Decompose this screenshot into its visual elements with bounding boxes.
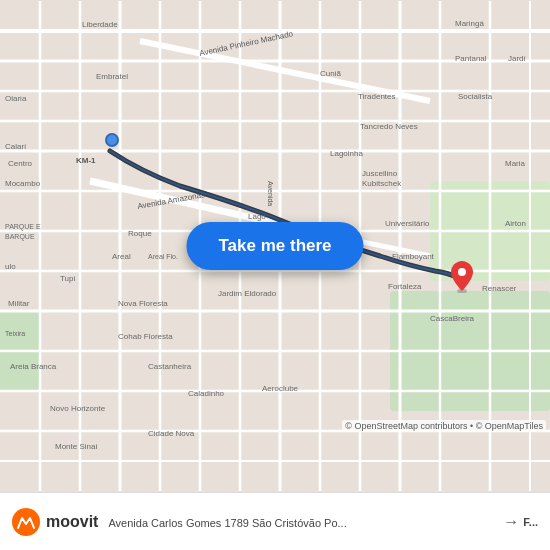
svg-text:Calarí: Calarí — [5, 142, 27, 151]
svg-text:Flamboyant: Flamboyant — [392, 252, 435, 261]
svg-point-81 — [458, 268, 466, 276]
svg-text:Monte Sinai: Monte Sinai — [55, 442, 97, 451]
svg-text:Maringá: Maringá — [455, 19, 484, 28]
svg-text:Socialista: Socialista — [458, 92, 493, 101]
svg-text:Areal Flo.: Areal Flo. — [148, 253, 178, 260]
svg-text:Fortaleza: Fortaleza — [388, 282, 422, 291]
svg-text:Teixira: Teixira — [5, 330, 25, 337]
osm-attribution: © OpenStreetMap contributors • © OpenMap… — [342, 420, 546, 432]
moovit-logo-icon — [12, 508, 40, 536]
svg-text:Areia Branca: Areia Branca — [10, 362, 57, 371]
svg-text:Maria: Maria — [505, 159, 526, 168]
address-text: Avenida Carlos Gomes 1789 São Cristóvão … — [108, 517, 346, 529]
svg-text:Tancredo Neves: Tancredo Neves — [360, 122, 418, 131]
svg-text:PARQUE E: PARQUE E — [5, 223, 41, 231]
svg-text:Avenida: Avenida — [267, 181, 274, 206]
svg-text:Airton: Airton — [505, 219, 526, 228]
svg-text:Lago: Lago — [248, 212, 266, 221]
svg-text:CascaBreira: CascaBreira — [430, 314, 475, 323]
moovit-logo: moovit — [12, 508, 98, 536]
svg-text:ulo: ulo — [5, 262, 16, 271]
svg-text:Mocambo: Mocambo — [5, 179, 41, 188]
svg-text:Militar: Militar — [8, 299, 30, 308]
svg-text:Aeroclube: Aeroclube — [262, 384, 299, 393]
svg-text:Castanheira: Castanheira — [148, 362, 192, 371]
svg-text:KM-1: KM-1 — [76, 156, 96, 165]
svg-text:Centro: Centro — [8, 159, 33, 168]
svg-text:BARQUE: BARQUE — [5, 233, 35, 241]
svg-text:Tiradentes: Tiradentes — [358, 92, 396, 101]
app-container: Liberdade Embratel Olaria Calarí Centro … — [0, 0, 550, 550]
svg-text:Novo Horizonte: Novo Horizonte — [50, 404, 106, 413]
svg-text:Nova Floresta: Nova Floresta — [118, 299, 168, 308]
take-me-there-button[interactable]: Take me there — [186, 222, 363, 270]
moovit-logo-text: moovit — [46, 513, 98, 531]
arrow-section: → F... — [503, 513, 538, 531]
arrow-right-icon: → — [503, 513, 519, 531]
svg-text:Pantanal: Pantanal — [455, 54, 487, 63]
svg-text:Embratel: Embratel — [96, 72, 128, 81]
svg-text:Jardim Eldorado: Jardim Eldorado — [218, 289, 277, 298]
address-section: Avenida Carlos Gomes 1789 São Cristóvão … — [98, 513, 503, 531]
svg-text:Areal: Areal — [112, 252, 131, 261]
svg-text:Roque: Roque — [128, 229, 152, 238]
svg-text:Olaria: Olaria — [5, 94, 27, 103]
svg-text:Renascer: Renascer — [482, 284, 517, 293]
bottom-bar: moovit Avenida Carlos Gomes 1789 São Cri… — [0, 492, 550, 550]
svg-text:Universitário: Universitário — [385, 219, 430, 228]
destination-short: F... — [523, 516, 538, 528]
svg-text:Tupi: Tupi — [60, 274, 75, 283]
destination-marker — [451, 261, 473, 293]
svg-text:Lagoinha: Lagoinha — [330, 149, 363, 158]
svg-text:Liberdade: Liberdade — [82, 20, 118, 29]
svg-text:Kubitschek: Kubitschek — [362, 179, 402, 188]
svg-text:Cuniã: Cuniã — [320, 69, 341, 78]
svg-text:Juscellino: Juscellino — [362, 169, 398, 178]
svg-text:Cidade Nova: Cidade Nova — [148, 429, 195, 438]
origin-marker — [105, 133, 119, 147]
map-container: Liberdade Embratel Olaria Calarí Centro … — [0, 0, 550, 492]
svg-text:Jardí: Jardí — [508, 54, 527, 63]
svg-text:Caladinho: Caladinho — [188, 389, 225, 398]
svg-text:Cohab Floresta: Cohab Floresta — [118, 332, 173, 341]
